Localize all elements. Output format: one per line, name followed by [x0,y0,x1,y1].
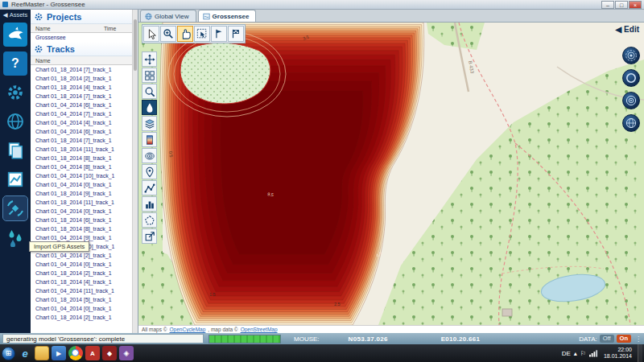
track-list-item[interactable]: Chart 01_04_2014 [6]_track_1 [31,101,138,109]
track-list-item[interactable]: Chart 01_18_2014 [7]_track_1 [31,136,138,145]
openstreetmap-link[interactable]: OpenStreetMap [241,327,278,332]
track-list-item[interactable]: Chart 01_18_2014 [2]_track_1 [31,269,138,278]
time-column-header[interactable]: Time [104,24,133,32]
track-list-item[interactable]: Chart 01_04_2014 [6]_track_1 [31,127,138,136]
export-tool-button[interactable] [142,228,157,244]
tab-grossensee[interactable]: Grossensee [198,10,257,22]
track-list-item[interactable]: Chart 01_18_2014 [4]_track_1 [31,83,138,92]
depth-legend-tool-button[interactable] [142,132,157,147]
select-icon [196,28,208,39]
track-list-item[interactable]: Chart 01_18_2014 [2]_track_1 [31,313,138,322]
help-button[interactable]: ? [3,51,27,76]
layers-tool-button[interactable] [142,116,157,131]
clock[interactable]: 22:00 18.01.2014 [604,347,632,360]
minimize-button[interactable]: – [601,1,614,9]
pan-hand-tool-button[interactable] [177,26,193,42]
taskbar-app-red-button[interactable]: ◆ [102,346,117,360]
waypoint-tool-button[interactable] [211,26,227,42]
export-icon [144,231,155,242]
taskbar-chrome-button[interactable] [68,346,83,360]
scrollbar-thumb[interactable] [134,19,137,71]
taskbar-ie-button[interactable]: e [18,346,32,360]
target-view-button[interactable] [622,92,640,109]
track-list-item[interactable]: Chart 01_04_2014 [0]_track_1 [31,304,138,313]
data-off-button[interactable]: Off [600,335,614,343]
taskbar-app-purple-button[interactable]: ◈ [119,346,134,360]
status-message: generating model 'Grossensee': complete [2,334,204,343]
start-button[interactable]: ⊞ [2,347,15,360]
track-list-item[interactable]: Chart 01_18_2014 [6]_track_1 [31,216,138,224]
taskbar-explorer-button[interactable] [35,346,49,360]
polygon-area-tool-button[interactable] [142,212,157,228]
track-list-item[interactable]: Chart 01_04_2014 [8]_track_1 [31,162,138,171]
grid-icon [144,70,155,81]
track-list-item[interactable]: Chart 01_04_2014 [0]_track_1 [31,260,138,269]
tracks-section-header[interactable]: Tracks [31,42,138,56]
data-on-button[interactable]: On [617,335,631,343]
show-desktop-button[interactable] [638,344,642,362]
water-level-tool-button[interactable] [142,100,157,115]
gps-points-button[interactable] [3,225,27,249]
grid-tool-button[interactable] [142,68,157,83]
ring-view-button[interactable] [622,69,640,87]
opencyclemap-link[interactable]: OpenCycleMap [170,327,206,332]
ripple-view-button[interactable] [622,47,640,64]
track-list-item[interactable]: Chart 01_18_2014 [9]_track_1 [31,189,138,198]
track-list-item[interactable]: Chart 01_04_2014 [4]_track_1 [31,118,138,127]
taskbar-pdf-button[interactable]: A [85,346,100,360]
zoom-in-tool-button[interactable] [160,26,176,42]
track-list-item[interactable]: Chart 01_18_2014 [11]_track_1 [31,145,138,154]
import-charts-button[interactable] [3,167,27,191]
projects-section-header[interactable]: Projects [31,10,138,24]
tray-expand-icon[interactable]: ▴ [574,350,577,357]
tracks-gear-icon [34,44,43,54]
track-list-item[interactable]: Chart 01_18_2014 [7]_track_1 [31,92,138,101]
network-icon[interactable] [589,349,598,357]
track-list-item[interactable]: Chart 01_04_2014 [11]_track_1 [31,286,138,295]
reefmaster-logo-button[interactable] [3,23,27,47]
panel-scrollbar[interactable] [132,10,138,333]
name-column-header[interactable]: Name [35,24,104,32]
track-list-item[interactable]: Chart 01_04_2014 [10]_track_1 [31,171,138,180]
route-tool-button[interactable] [142,180,157,195]
track-list-item[interactable]: Chart 01_04_2014 [0]_track_1 [31,207,138,216]
assets-header[interactable]: ◀ Assets [3,11,27,19]
tracks-name-column-header[interactable]: Name [35,56,133,64]
pan-arrows-tool-button[interactable] [142,51,157,67]
chart-tool-button[interactable] [142,196,157,212]
track-list-item[interactable]: Chart 01_04_2014 [7]_track_1 [31,109,138,118]
track-list-item[interactable]: Chart 01_04_2014 [0]_track_1 [31,180,138,189]
measure-tool-button[interactable] [228,26,244,42]
track-list-item[interactable]: Chart 01_18_2014 [11]_track_1 [31,198,138,207]
zoom-area-tool-button[interactable] [142,84,157,99]
edit-button[interactable]: ◀ Edit [615,25,639,34]
data-label: DATA: [579,335,597,343]
contour-tool-button[interactable] [142,148,157,163]
track-list-item[interactable]: Chart 01_18_2014 [4]_track_1 [31,278,138,286]
map-side-tools [142,51,157,244]
track-list-item[interactable]: Chart 01_18_2014 [5]_track_1 [31,295,138,304]
language-indicator[interactable]: DE [562,350,571,357]
project-list-item[interactable]: Grossensee [31,33,138,42]
marker-pin-tool-button[interactable] [142,164,157,179]
settings-button[interactable] [3,80,27,105]
import-gps-assets-button[interactable] [3,196,27,220]
map-canvas[interactable]: B 433 [138,23,644,325]
select-tool-button[interactable] [194,26,210,42]
pointer-tool-button[interactable] [143,26,159,42]
import-files-button[interactable] [3,138,27,162]
satellite-icon [6,199,25,218]
orb-view-button[interactable] [622,114,640,132]
track-list-item[interactable]: Chart 01_04_2014 [2]_track_1 [31,251,138,260]
web-maps-button[interactable] [3,109,27,134]
track-list-item[interactable]: Chart 01_18_2014 [2]_track_1 [31,74,138,83]
tab-global-view[interactable]: Global View [140,10,196,22]
maximize-button[interactable]: □ [615,1,628,9]
track-list-item[interactable]: Chart 01_18_2014 [8]_track_1 [31,224,138,233]
taskbar-media-button[interactable]: ▶ [52,346,66,360]
action-center-flag-icon[interactable]: ⚐ [580,350,586,357]
track-list-item[interactable]: Chart 01_18_2014 [8]_track_1 [31,154,138,162]
close-button[interactable]: × [629,1,642,9]
track-list-item[interactable]: Chart 01_18_2014 [7]_track_1 [31,65,138,74]
tab-global-label: Global View [155,13,189,20]
